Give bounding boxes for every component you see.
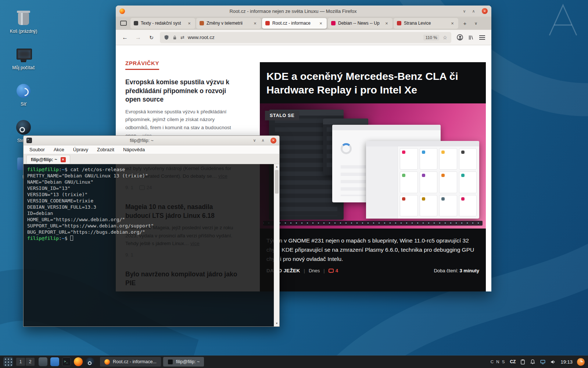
tab-favicon bbox=[134, 21, 138, 25]
tab-list-dropdown-icon[interactable] bbox=[472, 19, 480, 28]
back-icon[interactable] bbox=[120, 33, 130, 42]
terminal-screen[interactable]: filip@filip:~$ cat /etc/os-releasePRETTY… bbox=[24, 164, 279, 326]
menu-item[interactable]: Zobrazit bbox=[97, 147, 114, 152]
browser-tab[interactable]: Změny v telemetrii bbox=[196, 18, 261, 29]
tracking-protection-shield-icon[interactable] bbox=[164, 35, 169, 40]
screenshot-window-discover bbox=[366, 141, 479, 219]
url-text: www.root.cz bbox=[188, 35, 420, 40]
firefox-icon bbox=[119, 8, 125, 14]
bookmark-star-icon[interactable] bbox=[442, 35, 447, 40]
desktop-icon[interactable]: Můj počítač bbox=[6, 46, 41, 71]
firefox-tabstrip: Texty - redakční syst Změny v telemetrii… bbox=[116, 17, 491, 30]
scroll-up-icon[interactable] bbox=[274, 164, 279, 169]
clipboard-icon[interactable] bbox=[520, 359, 526, 365]
minimize-icon[interactable] bbox=[461, 8, 467, 14]
desktop-icon-glyph bbox=[15, 10, 32, 26]
read-time: Doba čtení: 3 minuty bbox=[434, 268, 479, 273]
hero-date: Dnes bbox=[309, 268, 320, 273]
tab-close-icon[interactable] bbox=[318, 21, 323, 26]
hero-summary: Týden v GNOME #231 nejen o mapách s blue… bbox=[266, 236, 479, 263]
browser-tab[interactable]: Texty - redakční syst bbox=[130, 18, 195, 29]
tab-close-icon[interactable] bbox=[450, 21, 455, 26]
comment-bubble-icon bbox=[329, 269, 334, 273]
category-badge[interactable]: STALO SE bbox=[265, 111, 299, 120]
browser-tab[interactable]: Debian -- News -- Up bbox=[328, 18, 392, 29]
timer-icon[interactable] bbox=[577, 358, 585, 366]
volume-icon[interactable] bbox=[550, 359, 556, 365]
maximize-icon[interactable] bbox=[470, 8, 477, 14]
browser-tab[interactable]: Root.cz - informace bbox=[262, 18, 327, 29]
menu-item[interactable]: Akce bbox=[54, 147, 64, 152]
tab-close-icon[interactable] bbox=[384, 21, 389, 26]
clock[interactable]: 19:13 bbox=[560, 359, 573, 365]
launcher-icon[interactable] bbox=[86, 357, 94, 366]
url-bar[interactable]: ⇄ www.root.cz 110 % bbox=[160, 32, 451, 43]
browser-tab[interactable]: Strana Levice bbox=[394, 18, 458, 29]
tab-close-icon[interactable] bbox=[61, 157, 66, 162]
new-tab-icon[interactable] bbox=[460, 19, 469, 28]
article-title[interactable]: Evropská komise spustila výzvu k předklá… bbox=[125, 78, 239, 104]
tab-label: Debian -- News -- Up bbox=[338, 21, 381, 26]
lock-icon[interactable] bbox=[172, 35, 177, 40]
screenshot-taskbar bbox=[263, 221, 483, 226]
taskbar: 12 Root.cz - informace... filip@filip: ~… bbox=[0, 355, 588, 368]
terminal-tabbar: filip@filip: ~ bbox=[24, 154, 279, 164]
maximize-icon[interactable] bbox=[260, 137, 266, 144]
menu-item[interactable]: Soubor bbox=[29, 147, 45, 152]
notifications-bell-icon[interactable] bbox=[530, 359, 535, 365]
firefox-titlebar[interactable]: Root.cz - informace nejen ze světa Linux… bbox=[116, 6, 491, 17]
task-button[interactable]: Root.cz - informace... bbox=[100, 357, 161, 367]
network-icon[interactable] bbox=[540, 359, 546, 365]
virtual-desktop-pager: 12 bbox=[16, 358, 35, 366]
minimize-icon[interactable] bbox=[251, 137, 258, 144]
article-text: Evropská komise spustila výzvu k předklá… bbox=[125, 109, 231, 138]
hero-comments[interactable]: 4 bbox=[329, 268, 338, 273]
keyboard-layout[interactable]: CZ bbox=[510, 359, 516, 364]
tab-favicon bbox=[200, 21, 204, 25]
tab-close-icon[interactable] bbox=[252, 21, 258, 26]
hero-article[interactable]: KDE a oceněný Mercedes-Benz CLA či Hardw… bbox=[260, 62, 486, 291]
reload-icon[interactable] bbox=[147, 33, 156, 42]
terminal-tab-label: filip@filip: ~ bbox=[31, 157, 57, 162]
scrollbar[interactable] bbox=[274, 164, 279, 326]
hero-meta: DAVID JEŽEK Dnes 4 Doba čtení: 3 minuty bbox=[266, 268, 479, 273]
tab-label: Texty - redakční syst bbox=[141, 21, 184, 26]
library-icon[interactable] bbox=[468, 35, 474, 40]
scrollbar-thumb[interactable] bbox=[275, 170, 279, 194]
task-label: filip@filip: ~ bbox=[176, 359, 200, 364]
desktop-pager-cell[interactable]: 1 bbox=[16, 358, 25, 366]
hamburger-menu-icon[interactable] bbox=[479, 35, 485, 40]
article-body: Evropská komise spustila výzvu k předklá… bbox=[125, 108, 239, 139]
section-zpravicky[interactable]: ZPRÁVIČKY bbox=[125, 60, 159, 70]
launcher-icon[interactable] bbox=[39, 357, 47, 366]
close-icon[interactable] bbox=[482, 8, 488, 14]
terminal-tab[interactable]: filip@filip: ~ bbox=[26, 155, 70, 164]
tab-favicon bbox=[397, 21, 401, 25]
hero-title[interactable]: KDE a oceněný Mercedes-Benz CLA či Hardw… bbox=[266, 70, 479, 97]
task-button[interactable]: filip@filip: ~ bbox=[163, 357, 204, 367]
forward-icon[interactable] bbox=[133, 33, 143, 42]
terminal-window: filip@filip: ~ SouborAkceÚpravyZobrazitN… bbox=[23, 135, 280, 327]
close-icon[interactable] bbox=[270, 138, 276, 144]
launcher-icon[interactable] bbox=[74, 357, 83, 366]
app-launcher-icon[interactable] bbox=[3, 357, 13, 367]
desktop-icon-label: Můj počítač bbox=[6, 65, 41, 71]
terminal-titlebar[interactable]: filip@filip: ~ bbox=[24, 136, 279, 145]
launcher-icon[interactable] bbox=[50, 357, 59, 366]
task-label: Root.cz - informace... bbox=[113, 359, 157, 364]
konsole-icon bbox=[26, 138, 32, 143]
account-icon[interactable] bbox=[457, 34, 463, 40]
tab-close-icon[interactable] bbox=[187, 21, 192, 26]
launcher-icon[interactable] bbox=[62, 357, 71, 366]
firefox-navbar: ⇄ www.root.cz 110 % bbox=[116, 30, 491, 45]
zoom-level[interactable]: 110 % bbox=[423, 35, 440, 40]
firefox-view-icon[interactable] bbox=[120, 21, 127, 26]
desktop-pager-cell[interactable]: 2 bbox=[26, 358, 35, 366]
scroll-down-icon[interactable] bbox=[274, 321, 279, 326]
system-tray: C N S CZ 19:13 bbox=[491, 358, 585, 366]
menu-item[interactable]: Nápověda bbox=[123, 147, 145, 152]
desktop-icon[interactable]: Koš (prázdný) bbox=[6, 10, 41, 34]
translate-icon[interactable]: ⇄ bbox=[180, 35, 184, 40]
desktop-icon[interactable]: Síť bbox=[6, 82, 41, 107]
menu-item[interactable]: Úpravy bbox=[73, 147, 88, 152]
